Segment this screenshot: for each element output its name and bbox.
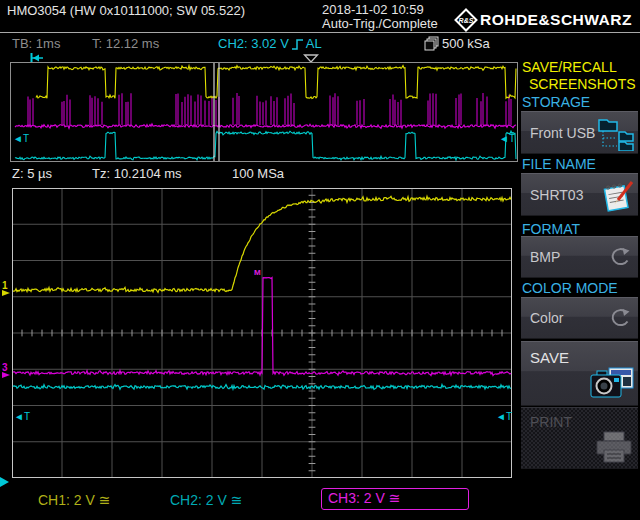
printer-icon [594,431,634,465]
color-mode-button[interactable]: Color [521,297,638,339]
acquisition-memory-icon [424,36,439,51]
zoom-timebase-readout: Z: 5 µs [12,167,52,181]
camera-icon [589,367,635,401]
ch3-pulse-label: M [254,269,261,277]
cycle-icon [609,308,631,328]
rs-logo-icon: R&S [454,8,478,32]
trigger-time-readout: T: 12.12 ms [92,37,159,51]
acquisition-status: Auto-Trig./Complete [322,17,438,31]
device-model: HMO3054 (HW 0x10111000; SW 05.522) [7,4,245,18]
storage-label: STORAGE [522,95,590,110]
zoom-waveform-window[interactable] [12,188,512,478]
svg-text:R&S: R&S [459,17,474,24]
overview-trigger-marker-right: ◄T [499,134,515,144]
color-mode-value: Color [530,310,563,326]
file-name-value: SHRT03 [530,187,583,203]
trace-continue-arrow-icon [0,477,9,487]
cycle-icon [609,247,631,267]
save-button-label: SAVE [530,349,569,366]
brand-name: ROHDE&SCHWARZ [480,11,632,28]
trigger-mode: AL [306,37,322,51]
timebase-readout: TB: 1ms [12,37,60,51]
zoom-trigger-marker-left: ◄T [14,412,30,422]
menu-title-line2: SCREENSHOTS [529,77,636,92]
format-label: FORMAT [522,222,580,237]
header-divider [0,32,640,33]
rising-edge-icon [291,38,304,51]
usb-folders-icon [597,115,635,151]
ch3-position-marker[interactable]: 3 [2,363,11,378]
zoom-time-readout: Tz: 10.2104 ms [92,167,182,181]
zoom-trigger-marker-right: ◄T [496,412,512,422]
format-value: BMP [530,249,560,265]
trigger-source-level: CH2: 3.02 V [218,37,289,51]
save-button[interactable]: SAVE [521,341,638,406]
print-button-label: PRINT [530,414,572,430]
ch1-scale-label[interactable]: CH1: 2 V ≅ [38,493,110,508]
overview-trigger-marker-left: ◄T [13,134,29,144]
ch2-scale-label[interactable]: CH2: 2 V ≅ [170,493,242,508]
ch3-selected-channel-box[interactable]: CH3: 2 V ≅ [321,488,469,510]
overview-waveform-window[interactable] [10,62,518,162]
sample-rate-readout: 100 MSa [232,167,284,181]
menu-title-line1: SAVE/RECALL [522,60,617,75]
datetime: 2018-11-02 10:59 [322,3,424,17]
ch1-position-marker[interactable]: 1 [2,281,11,296]
color-mode-label: COLOR MODE [522,281,618,296]
edit-notepad-icon [600,177,636,213]
storage-button[interactable]: Front USB [521,111,638,154]
trigger-readout: CH2: 3.02 V AL [218,37,322,51]
oscilloscope-screen: HMO3054 (HW 0x10111000; SW 05.522) 2018-… [0,0,640,520]
print-button: PRINT [521,407,638,469]
file-name-button[interactable]: SHRT03 [521,173,638,216]
ch3-scale-label: CH3: 2 V ≅ [328,491,400,506]
file-name-label: FILE NAME [522,157,596,172]
acquisition-memory-readout: 500 kSa [442,37,490,51]
storage-value: Front USB [530,125,595,141]
format-button[interactable]: BMP [521,236,638,278]
